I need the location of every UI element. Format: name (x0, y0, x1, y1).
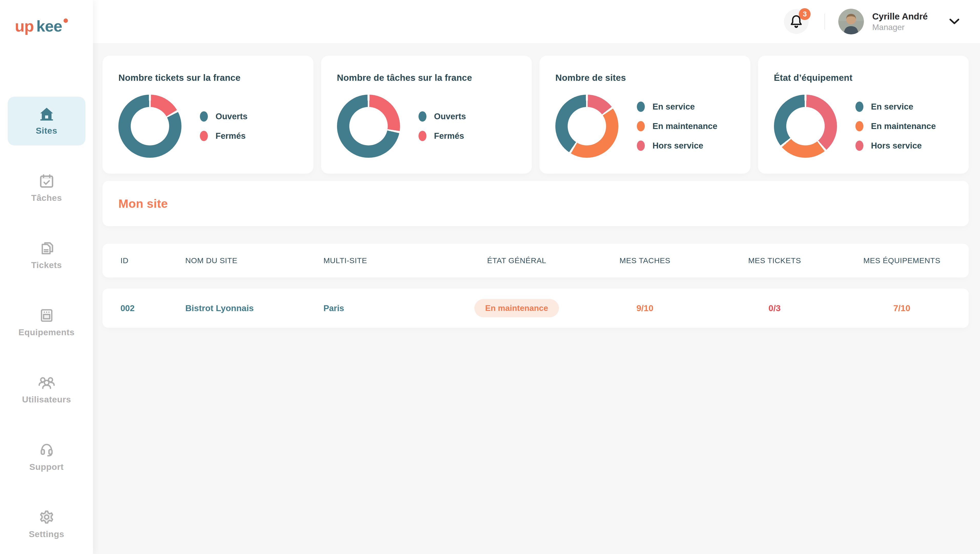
legend-item: Hors service (856, 140, 936, 151)
legend-item: Ouverts (200, 111, 248, 121)
cell-etat-general: En maintenance (453, 299, 581, 317)
cell-mes-taches: 9/10 (581, 303, 709, 313)
mon-site-section: Mon site (102, 181, 969, 226)
topbar: 3 Cyrille André Manager (93, 0, 980, 43)
sidebar-item-label: Tâches (31, 193, 62, 203)
donut-chart-taches (337, 95, 400, 158)
headset-icon (39, 442, 54, 457)
user-name: Cyrille André (872, 11, 928, 22)
cell-mes-equipements: 7/10 (840, 303, 964, 313)
legend-item: Hors service (637, 140, 718, 151)
user-role: Manager (872, 22, 928, 32)
legend-item: Ouverts (418, 111, 466, 121)
legend-item: Fermés (200, 131, 248, 141)
card-title: Nombre tickets sur la france (118, 73, 240, 83)
sidebar-item-support[interactable]: Support (8, 433, 85, 481)
table-header-row: ID NOM DU SITE MULTI-SITE ÉTAT GÉNÉRAL M… (102, 244, 969, 278)
cell-site-name[interactable]: Bistrot Lyonnais (185, 303, 323, 313)
sidebar-item-label: Support (29, 462, 64, 472)
legend-dot (637, 140, 645, 151)
sidebar-item-label: Tickets (31, 260, 62, 270)
chevron-down-icon[interactable] (949, 18, 959, 25)
legend-dot (856, 102, 863, 112)
col-header-mes-tickets: MES TICKETS (709, 256, 840, 265)
sidebar-item-settings[interactable]: Settings (8, 500, 85, 549)
legend-dot (418, 131, 426, 141)
sidebar-item-label: Utilisateurs (22, 394, 71, 404)
legend-item: En maintenance (856, 121, 936, 131)
appliance-icon (39, 308, 54, 323)
legend-dot (637, 102, 645, 112)
sidebar-item-taches[interactable]: Tâches (8, 164, 85, 212)
sidebar-item-utilisateurs[interactable]: Utilisateurs (8, 366, 85, 414)
sidebar-item-label: Equipements (19, 327, 75, 337)
home-icon (39, 107, 54, 121)
chart-legend: En service En maintenance Hors service (856, 95, 936, 158)
card-title: Nombre de tâches sur la france (337, 73, 472, 83)
stat-cards-row: Nombre tickets sur la france Ouverts Fer… (102, 56, 969, 174)
legend-dot (418, 111, 426, 121)
legend-item: En service (637, 102, 718, 112)
section-title: Mon site (118, 196, 168, 211)
card-title: Nombre de sites (555, 73, 626, 83)
sidebar-item-label: Sites (36, 126, 57, 136)
logo-part-up: up (15, 17, 34, 35)
logo-dot (64, 18, 68, 23)
main-content: Nombre tickets sur la france Ouverts Fer… (93, 43, 980, 554)
card-tickets-france: Nombre tickets sur la france Ouverts Fer… (102, 56, 313, 174)
topbar-divider (824, 14, 825, 29)
donut-chart-sites (555, 95, 618, 158)
legend-dot (200, 131, 208, 141)
documents-icon (39, 241, 54, 255)
upkee-logo[interactable]: upkee (15, 17, 68, 35)
user-menu[interactable]: Cyrille André Manager (872, 11, 928, 32)
table-row[interactable]: 002 Bistrot Lyonnais Paris En maintenanc… (102, 289, 969, 328)
cell-mes-tickets: 0/3 (709, 303, 840, 313)
chart-legend: En service En maintenance Hors service (637, 95, 718, 158)
users-icon (38, 375, 55, 390)
status-badge: En maintenance (474, 299, 559, 317)
legend-dot (856, 140, 863, 151)
legend-item: Fermés (418, 131, 466, 141)
sidebar-item-sites[interactable]: Sites (8, 97, 85, 145)
legend-dot (637, 121, 645, 131)
legend-item: En service (856, 102, 936, 112)
chart-legend: Ouverts Fermés (418, 95, 466, 158)
notification-badge: 3 (799, 8, 811, 20)
sidebar: upkee Sites Tâches Tickets Equipements (0, 0, 93, 554)
cell-site-id: 002 (121, 303, 185, 313)
card-etat-equipement: État d’équipement En service En maintena… (758, 56, 969, 174)
donut-chart-tickets (118, 95, 181, 158)
card-taches-france: Nombre de tâches sur la france Ouverts F… (321, 56, 532, 174)
col-header-nom-du-site: NOM DU SITE (185, 256, 323, 265)
col-header-mes-equipements: MES ÉQUIPEMENTS (840, 256, 964, 265)
logo-part-kee: kee (37, 17, 62, 35)
notifications-button[interactable]: 3 (784, 9, 808, 34)
donut-chart-equipement (774, 95, 837, 158)
cell-multi-site: Paris (323, 303, 453, 313)
gear-icon (39, 509, 54, 525)
sidebar-item-tickets[interactable]: Tickets (8, 231, 85, 280)
col-header-mes-taches: MES TACHES (581, 256, 709, 265)
legend-dot (200, 111, 208, 121)
calendar-check-icon (39, 174, 54, 188)
sidebar-item-equipements[interactable]: Equipements (8, 298, 85, 347)
col-header-multi-site: MULTI-SITE (323, 256, 453, 265)
sidebar-nav: Sites Tâches Tickets Equipements Utilisa (8, 97, 85, 549)
avatar[interactable] (838, 9, 864, 34)
card-nombre-sites: Nombre de sites En service En maintenanc… (539, 56, 750, 174)
card-title: État d’équipement (774, 73, 853, 83)
legend-item: En maintenance (637, 121, 718, 131)
col-header-id: ID (121, 256, 185, 265)
sidebar-item-label: Settings (29, 529, 64, 539)
topbar-right-cluster: 3 Cyrille André Manager (784, 0, 959, 43)
chart-legend: Ouverts Fermés (200, 95, 248, 158)
legend-dot (856, 121, 863, 131)
col-header-etat-general: ÉTAT GÉNÉRAL (453, 256, 581, 265)
